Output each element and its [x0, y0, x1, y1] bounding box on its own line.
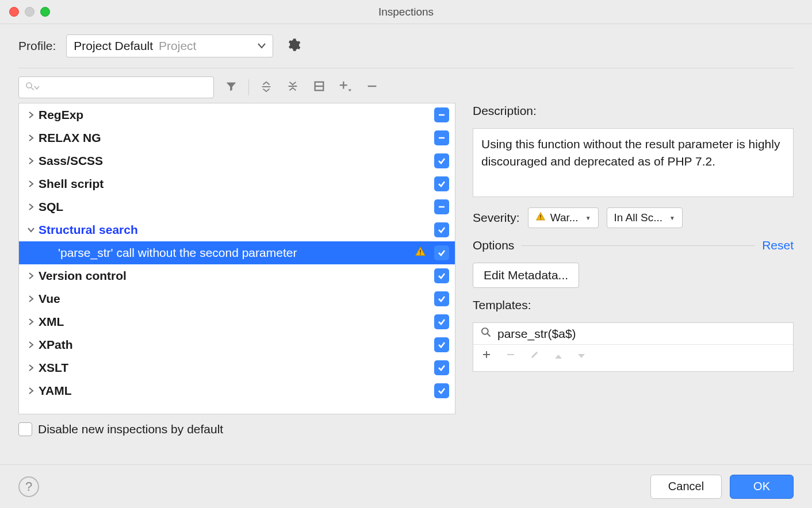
tree-group[interactable]: Shell script	[19, 172, 455, 195]
profile-row: Profile: Project Default Project	[18, 34, 794, 68]
dialog-button-bar: ? Cancel OK	[0, 464, 812, 508]
options-header: Options Reset	[473, 238, 794, 252]
checkbox-checked-icon[interactable]	[434, 291, 449, 306]
tree-group[interactable]: Sass/SCSS	[19, 149, 455, 172]
plus-dropdown-icon	[339, 80, 353, 95]
tree-item-label: XPath	[37, 338, 431, 352]
remove-inspection-button[interactable]	[363, 78, 381, 97]
gear-icon	[286, 37, 301, 55]
edit-metadata-button[interactable]: Edit Metadata...	[473, 263, 579, 288]
cancel-button[interactable]: Cancel	[650, 475, 722, 499]
checkbox-checked-icon[interactable]	[434, 268, 449, 283]
svg-point-12	[482, 328, 488, 334]
description-label: Description:	[473, 104, 794, 118]
add-template-button[interactable]	[481, 348, 492, 363]
collapse-all-button[interactable]	[284, 78, 302, 97]
ok-button[interactable]: OK	[730, 475, 794, 499]
tree-group[interactable]: Version control	[19, 264, 455, 287]
scope-select[interactable]: In All Sc... ▼	[607, 207, 683, 228]
add-inspection-button[interactable]	[336, 78, 355, 97]
move-down-button[interactable]	[577, 348, 586, 363]
tree-item-label: Structural search	[37, 223, 431, 237]
profile-select[interactable]: Project Default Project	[66, 34, 273, 57]
divider	[521, 245, 755, 246]
help-button[interactable]: ?	[18, 476, 39, 497]
minus-icon	[366, 80, 378, 95]
chevron-right-icon	[25, 134, 37, 141]
tree-item-label: 'parse_str' call without the second para…	[37, 246, 415, 260]
chevron-right-icon	[25, 272, 37, 279]
profile-value: Project Default	[74, 39, 153, 53]
tree-item-label: XSLT	[37, 361, 431, 375]
disable-new-row: Disable new inspections by default	[18, 422, 455, 436]
tree-group[interactable]: XPath	[19, 333, 455, 356]
profile-settings-button[interactable]	[284, 36, 303, 56]
chevron-right-icon	[25, 364, 37, 371]
tree-item-label: Vue	[37, 292, 431, 306]
checkbox-checked-icon[interactable]	[434, 360, 449, 375]
checkbox-checked-icon[interactable]	[434, 222, 449, 237]
filter-button[interactable]	[222, 78, 240, 97]
inspection-tree[interactable]: RegExpRELAX NGSass/SCSSShell scriptSQLSt…	[18, 103, 455, 414]
tree-item-label: Shell script	[37, 177, 431, 191]
edit-template-button[interactable]	[530, 348, 540, 363]
move-up-button[interactable]	[554, 348, 563, 363]
tree-group[interactable]: XML	[19, 310, 455, 333]
tree-item-label: Sass/SCSS	[37, 154, 431, 168]
collapse-all-icon	[286, 80, 299, 95]
templates-box: parse_str($a$)	[473, 322, 794, 372]
tree-group[interactable]: XSLT	[19, 356, 455, 379]
templates-toolbar	[473, 345, 793, 367]
profile-label: Profile:	[18, 39, 56, 53]
checkbox-checked-icon[interactable]	[434, 245, 449, 260]
reset-link[interactable]: Reset	[762, 238, 794, 252]
chevron-right-icon	[25, 203, 37, 210]
remove-template-button[interactable]	[505, 348, 516, 363]
svg-rect-11	[540, 218, 541, 220]
inspection-search-input[interactable]	[44, 82, 208, 93]
reset-defaults-button[interactable]	[310, 78, 328, 97]
chevron-right-icon	[25, 387, 37, 394]
disable-new-checkbox[interactable]	[18, 422, 32, 436]
chevron-right-icon	[25, 318, 37, 325]
inspection-search[interactable]	[18, 76, 214, 98]
tree-item-label: XML	[37, 315, 431, 329]
description-text: Using this function without the result p…	[473, 128, 794, 197]
tree-group[interactable]: Structural search	[19, 218, 455, 241]
checkbox-checked-icon[interactable]	[434, 153, 449, 168]
severity-select[interactable]: War... ▼	[528, 207, 599, 228]
template-search-value: parse_str($a$)	[497, 327, 576, 341]
checkbox-checked-icon[interactable]	[434, 314, 449, 329]
tree-group[interactable]: YAML	[19, 379, 455, 402]
tree-item-label: YAML	[37, 384, 431, 398]
checkbox-mixed-icon[interactable]	[434, 107, 449, 122]
checkbox-checked-icon[interactable]	[434, 176, 449, 191]
separator	[248, 79, 249, 95]
details-pane: Description: Using this function without…	[473, 103, 794, 436]
templates-search-row[interactable]: parse_str($a$)	[473, 323, 793, 345]
search-icon	[480, 326, 492, 341]
tree-item-label: SQL	[37, 200, 431, 214]
svg-rect-10	[540, 215, 541, 218]
tree-leaf[interactable]: 'parse_str' call without the second para…	[19, 241, 455, 264]
filter-icon	[225, 80, 238, 95]
checkbox-mixed-icon[interactable]	[434, 199, 449, 214]
checkbox-checked-icon[interactable]	[434, 337, 449, 352]
tree-group[interactable]: SQL	[19, 195, 455, 218]
window-title: Inspections	[0, 6, 812, 18]
tree-group[interactable]: Vue	[19, 287, 455, 310]
profile-secondary: Project	[159, 39, 253, 53]
chevron-right-icon	[25, 157, 37, 164]
titlebar: Inspections	[0, 0, 812, 24]
checkbox-checked-icon[interactable]	[434, 383, 449, 398]
warning-icon	[415, 246, 426, 260]
tree-toolbar	[18, 76, 794, 98]
scope-value: In All Sc...	[614, 211, 662, 224]
severity-label: Severity:	[473, 211, 520, 225]
svg-rect-8	[420, 249, 421, 252]
disable-new-label: Disable new inspections by default	[38, 422, 223, 436]
tree-group[interactable]: RELAX NG	[19, 126, 455, 149]
expand-all-button[interactable]	[257, 78, 275, 97]
checkbox-mixed-icon[interactable]	[434, 130, 449, 145]
tree-group[interactable]: RegExp	[19, 103, 455, 126]
